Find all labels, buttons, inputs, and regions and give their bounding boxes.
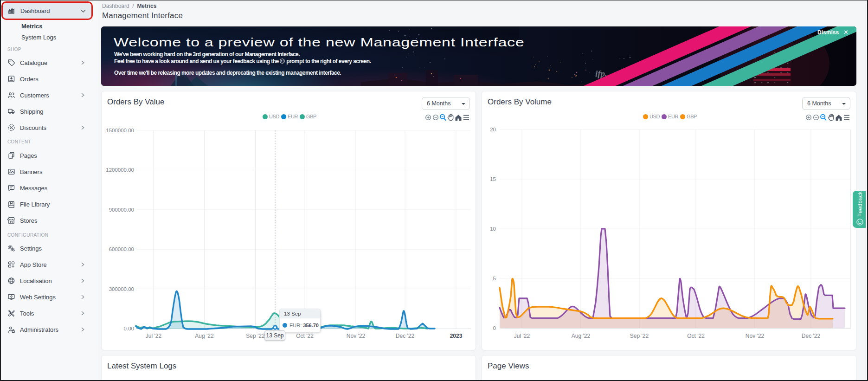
svg-text:2023: 2023 [450,333,463,339]
svg-text:1500000.00: 1500000.00 [106,128,134,133]
svg-text:Sep '22: Sep '22 [630,333,649,339]
svg-text:1200000.00: 1200000.00 [106,167,134,173]
svg-text:900000.00: 900000.00 [109,207,134,213]
svg-text:Aug '22: Aug '22 [572,333,591,339]
svg-text:Dec '22: Dec '22 [396,333,415,339]
svg-text:Nov '22: Nov '22 [746,333,765,339]
svg-text:Oct '22: Oct '22 [296,333,314,339]
svg-text:600000.00: 600000.00 [109,246,134,252]
svg-text:20: 20 [490,127,496,132]
svg-text:Sep '22: Sep '22 [246,333,265,339]
svg-text:Oct '22: Oct '22 [687,333,705,339]
svg-text:Nov '22: Nov '22 [347,333,366,339]
svg-text:15: 15 [490,176,496,182]
svg-text:300000.00: 300000.00 [109,286,134,292]
svg-text:Dec '22: Dec '22 [802,333,821,339]
svg-text:Aug '22: Aug '22 [195,333,214,339]
svg-text:Jul '22: Jul '22 [514,333,530,339]
svg-text:5: 5 [493,276,496,281]
svg-text:0: 0 [493,325,496,331]
svg-text:Jul '22: Jul '22 [146,333,162,339]
svg-text:0.00: 0.00 [124,326,134,331]
svg-text:10: 10 [490,226,496,232]
